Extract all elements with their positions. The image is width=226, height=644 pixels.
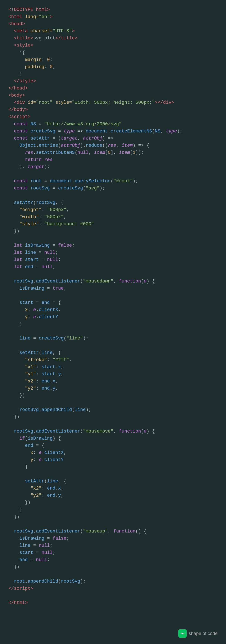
code-block: <!DOCTYPE html> <html lang="en"> <head> … — [8, 6, 218, 606]
watermark: shape of code — [178, 629, 218, 638]
code-container: <!DOCTYPE html> <html lang="en"> <head> … — [0, 0, 226, 644]
watermark-label: shape of code — [189, 631, 218, 636]
watermark-icon — [178, 629, 187, 638]
